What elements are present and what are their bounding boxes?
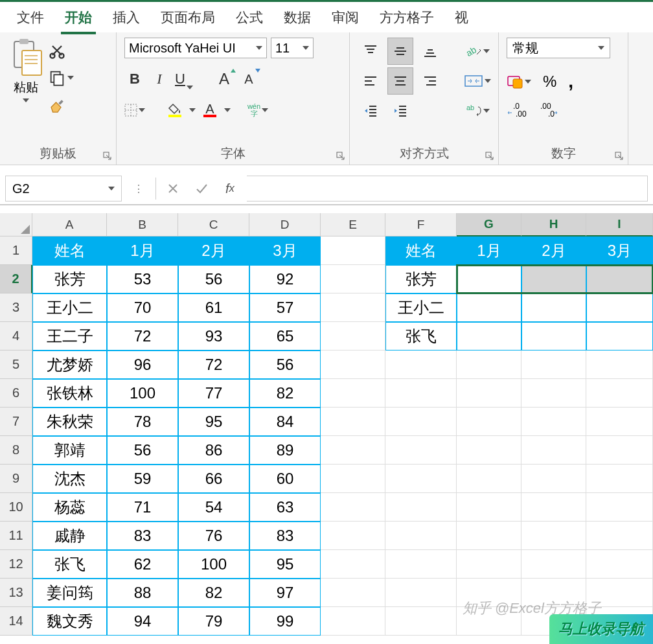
cell-F13[interactable] — [385, 579, 457, 607]
cell-H7[interactable] — [521, 408, 586, 436]
cell-H1[interactable]: 2月 — [521, 236, 586, 265]
cell-C7[interactable]: 95 — [178, 408, 249, 436]
cell-E4[interactable] — [321, 322, 385, 351]
font-name-select[interactable]: Microsoft YaHei UI — [124, 38, 267, 58]
row-header-9[interactable]: 9 — [0, 465, 32, 493]
cell-H12[interactable] — [521, 550, 586, 579]
cell-E2[interactable] — [321, 265, 385, 293]
font-size-select[interactable]: 11 — [271, 38, 314, 58]
font-color-dropdown[interactable] — [224, 108, 231, 112]
col-header-D[interactable]: D — [249, 213, 321, 236]
row-header-3[interactable]: 3 — [0, 293, 32, 322]
row-header-5[interactable]: 5 — [0, 351, 32, 379]
cell-H10[interactable] — [521, 493, 586, 522]
cell-A1[interactable]: 姓名 — [32, 236, 107, 265]
cell-H5[interactable] — [521, 351, 586, 379]
col-header-A[interactable]: A — [32, 213, 107, 236]
cell-B1[interactable]: 1月 — [107, 236, 178, 265]
select-all-corner[interactable] — [0, 213, 32, 236]
align-top-button[interactable] — [358, 38, 384, 65]
cell-G9[interactable] — [457, 465, 521, 493]
cell-I2[interactable] — [586, 265, 653, 293]
cell-C8[interactable]: 86 — [178, 436, 249, 465]
cell-H4[interactable] — [521, 322, 586, 351]
cell-D11[interactable]: 83 — [249, 522, 321, 550]
cell-F3[interactable]: 王小二 — [385, 293, 457, 322]
cell-E5[interactable] — [321, 351, 385, 379]
formula-input[interactable] — [247, 176, 648, 201]
grow-font-button[interactable]: A — [214, 69, 235, 89]
cell-G2[interactable] — [457, 265, 521, 293]
percent-button[interactable]: % — [543, 73, 556, 91]
bold-button[interactable]: B — [124, 69, 145, 89]
cell-F12[interactable] — [385, 550, 457, 579]
menu-tab-8[interactable]: 视 — [444, 5, 479, 30]
cancel-icon[interactable] — [161, 177, 185, 200]
cell-B8[interactable]: 56 — [107, 436, 178, 465]
row-header-13[interactable]: 13 — [0, 579, 32, 607]
cell-C6[interactable]: 77 — [178, 379, 249, 408]
cell-H6[interactable] — [521, 379, 586, 408]
row-header-12[interactable]: 12 — [0, 550, 32, 579]
decrease-indent-button[interactable] — [358, 97, 384, 124]
cell-B6[interactable]: 100 — [107, 379, 178, 408]
cell-D9[interactable]: 60 — [249, 465, 321, 493]
row-header-4[interactable]: 4 — [0, 322, 32, 351]
cell-I9[interactable] — [586, 465, 653, 493]
phonetic-button[interactable]: wén 字 — [247, 100, 268, 121]
cell-D5[interactable]: 56 — [249, 351, 321, 379]
cell-I10[interactable] — [586, 493, 653, 522]
cell-G12[interactable] — [457, 550, 521, 579]
cell-C12[interactable]: 100 — [178, 550, 249, 579]
cell-B13[interactable]: 88 — [107, 579, 178, 607]
dialog-launcher-icon[interactable] — [336, 152, 345, 161]
cell-G1[interactable]: 1月 — [457, 236, 521, 265]
cell-C1[interactable]: 2月 — [178, 236, 249, 265]
fill-color-button[interactable] — [165, 100, 185, 121]
cell-E7[interactable] — [321, 408, 385, 436]
menu-tab-6[interactable]: 审阅 — [321, 5, 369, 30]
dialog-launcher-icon[interactable] — [103, 152, 112, 161]
cell-E8[interactable] — [321, 436, 385, 465]
underline-button[interactable]: U — [174, 69, 194, 89]
col-header-F[interactable]: F — [385, 213, 457, 236]
cell-G11[interactable] — [457, 522, 521, 550]
cell-I5[interactable] — [586, 351, 653, 379]
cell-G3[interactable] — [457, 293, 521, 322]
align-left-button[interactable] — [358, 67, 384, 95]
dialog-launcher-icon[interactable] — [485, 152, 494, 161]
cell-I6[interactable] — [586, 379, 653, 408]
row-header-1[interactable]: 1 — [0, 236, 32, 265]
align-bottom-button[interactable] — [417, 38, 443, 65]
cell-G5[interactable] — [457, 351, 521, 379]
cut-button[interactable] — [48, 41, 74, 60]
orientation-button[interactable]: ab — [460, 38, 495, 65]
cell-F2[interactable]: 张芳 — [385, 265, 457, 293]
cell-F7[interactable] — [385, 408, 457, 436]
cell-A2[interactable]: 张芳 — [32, 265, 107, 293]
cell-D4[interactable]: 65 — [249, 322, 321, 351]
cell-I4[interactable] — [586, 322, 653, 351]
cell-G8[interactable] — [457, 436, 521, 465]
merge-cells-button[interactable] — [460, 67, 495, 95]
cell-A8[interactable]: 郭靖 — [32, 436, 107, 465]
cell-B9[interactable]: 59 — [107, 465, 178, 493]
cell-A11[interactable]: 戚静 — [32, 522, 107, 550]
italic-button[interactable]: I — [149, 69, 170, 89]
number-format-select[interactable]: 常规 — [507, 38, 610, 58]
comma-button[interactable]: , — [568, 71, 573, 92]
cell-D12[interactable]: 95 — [249, 550, 321, 579]
cell-G6[interactable] — [457, 379, 521, 408]
cell-B4[interactable]: 72 — [107, 322, 178, 351]
cell-C11[interactable]: 76 — [178, 522, 249, 550]
accounting-format-button[interactable] — [507, 75, 531, 89]
cell-D6[interactable]: 82 — [249, 379, 321, 408]
format-painter-button[interactable] — [48, 96, 74, 115]
menu-tab-7[interactable]: 方方格子 — [369, 5, 444, 30]
col-header-I[interactable]: I — [586, 213, 653, 236]
cell-B12[interactable]: 62 — [107, 550, 178, 579]
fill-color-dropdown[interactable] — [189, 108, 196, 112]
menu-tab-2[interactable]: 插入 — [102, 5, 150, 30]
menu-tab-5[interactable]: 数据 — [273, 5, 321, 30]
cell-A6[interactable]: 张铁林 — [32, 379, 107, 408]
